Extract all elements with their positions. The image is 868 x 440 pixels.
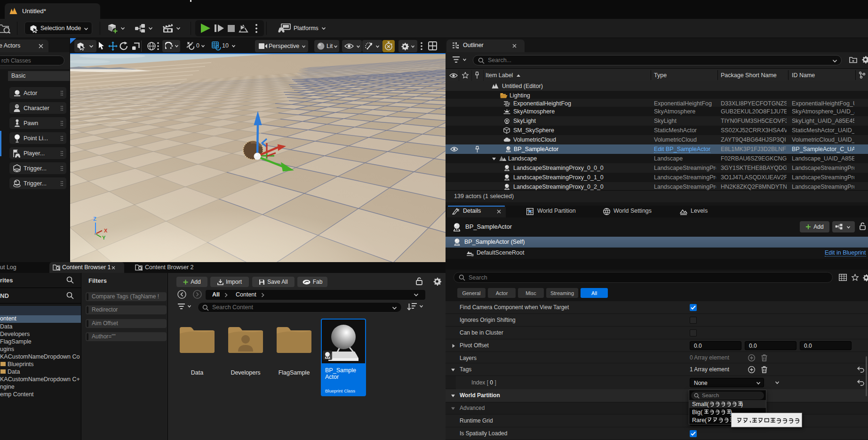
svg-text:Y: Y — [102, 235, 106, 240]
svg-text:Z: Z — [93, 216, 96, 222]
svg-text:X: X — [104, 228, 108, 233]
